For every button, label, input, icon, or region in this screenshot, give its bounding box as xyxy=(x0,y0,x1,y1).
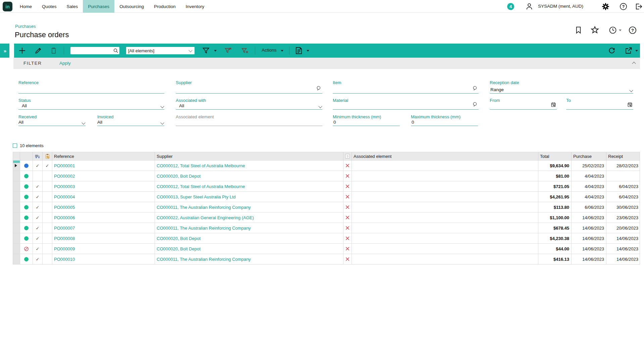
material-search-icon[interactable] xyxy=(472,102,478,109)
filter-received-select[interactable]: All xyxy=(18,119,86,126)
search-box[interactable] xyxy=(70,47,119,54)
reference-cell[interactable]: PO000001 xyxy=(52,161,155,171)
nav-item-sales[interactable]: Sales xyxy=(62,0,83,13)
supplier-cell[interactable]: CO000013, Super Steel Australia Pty Ltd xyxy=(155,192,343,202)
reference-cell[interactable]: PO000008 xyxy=(52,233,155,243)
filter-min-thickness[interactable]: Minimum thickness (mm) 0 xyxy=(333,114,400,126)
select-all-checkbox[interactable] xyxy=(13,143,17,148)
filter-to-date[interactable]: To xyxy=(566,98,633,110)
filter-invoiced-select[interactable]: All xyxy=(97,119,164,126)
filter-clear-button[interactable] xyxy=(241,47,249,56)
gear-icon[interactable] xyxy=(601,2,610,12)
filter-pin-button[interactable] xyxy=(224,47,232,56)
help-icon[interactable]: ? xyxy=(620,3,627,12)
row-selector-cell[interactable] xyxy=(13,171,20,181)
filter-dropdown-caret[interactable] xyxy=(214,50,217,52)
table-row[interactable]: ✓✓PO000001CO000012, Total Steel of Austr… xyxy=(13,160,640,171)
from-calendar-icon[interactable] xyxy=(551,102,556,109)
page-help-icon[interactable]: ? xyxy=(629,26,637,36)
filter-supplier[interactable]: Supplier xyxy=(176,80,322,94)
unlink-x-icon[interactable] xyxy=(343,161,352,171)
actions-button[interactable]: Actions xyxy=(262,48,276,53)
received-truck-icon[interactable] xyxy=(33,152,42,160)
table-row[interactable]: ✓PO000009CO000020, Bolt Depot$44.0014/06… xyxy=(13,243,640,254)
filter-reception-date-select[interactable]: Range xyxy=(490,86,633,94)
filter-status-select[interactable]: All xyxy=(18,103,164,110)
search-icon[interactable] xyxy=(113,48,118,55)
user-name[interactable]: SYSADM (ment, AUD) xyxy=(538,4,583,9)
report-document-button[interactable] xyxy=(294,46,303,56)
filter-supplier-input[interactable] xyxy=(176,86,322,94)
filter-associated-with[interactable]: Associated with All xyxy=(176,98,322,110)
supplier-cell[interactable]: CO000020, Bolt Depot xyxy=(155,233,343,243)
filter-min-thickness-input[interactable]: 0 xyxy=(333,119,400,126)
header-receipt[interactable]: Receipt xyxy=(606,152,640,160)
supplier-cell[interactable]: CO000011, The Australian Reinforcing Com… xyxy=(155,254,343,264)
filter-from-date[interactable]: From xyxy=(490,98,557,110)
row-selector-cell[interactable] xyxy=(13,233,20,243)
to-calendar-icon[interactable] xyxy=(627,102,633,109)
header-associated-element[interactable]: Associated element xyxy=(352,152,538,160)
favorite-star-icon[interactable] xyxy=(590,25,599,36)
row-selector-cell[interactable] xyxy=(13,181,20,191)
reference-cell[interactable]: PO000002 xyxy=(52,171,155,181)
item-search-icon[interactable] xyxy=(472,85,478,93)
report-caret[interactable] xyxy=(307,50,309,52)
header-total[interactable]: Total xyxy=(538,152,571,160)
filter-panel-header[interactable]: FILTER Apply xyxy=(13,58,640,69)
table-row[interactable]: ✓PO000005CO000011, The Australian Reinfo… xyxy=(13,202,640,212)
supplier-cell[interactable]: CO000011, The Australian Reinforcing Com… xyxy=(155,202,343,212)
row-selector-cell[interactable] xyxy=(13,192,20,202)
sidebar-expander[interactable]: » xyxy=(0,44,9,58)
filter-reference[interactable]: Reference xyxy=(18,80,164,94)
unlink-x-icon[interactable] xyxy=(343,192,352,202)
unlink-x-icon[interactable] xyxy=(343,223,352,233)
row-selector-cell[interactable] xyxy=(13,254,20,264)
scope-dropdown[interactable]: [All elements] xyxy=(126,47,195,54)
header-reference[interactable]: Reference xyxy=(52,152,155,160)
nav-item-home[interactable]: Home xyxy=(15,0,37,13)
edit-pencil-button[interactable] xyxy=(34,47,42,56)
user-icon[interactable] xyxy=(525,2,533,12)
filter-invoiced[interactable]: Invoiced All xyxy=(97,114,164,126)
nav-item-quotes[interactable]: Quotes xyxy=(37,0,62,13)
supplier-cell[interactable]: CO000020, Bolt Depot xyxy=(155,171,343,181)
reference-cell[interactable]: PO000009 xyxy=(52,244,155,254)
search-input[interactable] xyxy=(72,47,111,54)
nav-item-production[interactable]: Production xyxy=(149,0,181,13)
row-selector-cell[interactable] xyxy=(13,213,20,223)
header-purchase[interactable]: Purchase xyxy=(571,152,606,160)
history-clock-icon[interactable] xyxy=(609,26,617,36)
filter-collapse-chevron[interactable] xyxy=(632,62,636,65)
filter-status[interactable]: Status All xyxy=(18,98,164,110)
open-external-icon[interactable] xyxy=(625,47,633,56)
invoiced-clipboard-icon[interactable] xyxy=(42,152,52,160)
reference-cell[interactable]: PO000004 xyxy=(52,192,155,202)
row-selector-cell[interactable] xyxy=(13,161,20,171)
filter-reference-input[interactable] xyxy=(18,86,164,94)
table-row[interactable]: PO000002CO000020, Bolt Depot$81.004/04/2… xyxy=(13,171,640,181)
actions-caret[interactable] xyxy=(281,50,283,52)
filter-material[interactable]: Material xyxy=(333,98,479,110)
table-row[interactable]: ✓PO000004CO000013, Super Steel Australia… xyxy=(13,191,640,202)
filter-apply-button[interactable]: Apply xyxy=(59,61,71,66)
nav-item-purchases[interactable]: Purchases xyxy=(83,0,114,13)
filter-to-input[interactable] xyxy=(566,103,633,110)
filter-item[interactable]: Item xyxy=(333,80,479,94)
reference-cell[interactable]: PO000010 xyxy=(52,254,155,264)
open-external-caret[interactable] xyxy=(635,50,638,52)
filter-received[interactable]: Received All xyxy=(18,114,86,126)
table-row[interactable]: ✓PO000010CO000011, The Australian Reinfo… xyxy=(13,254,640,264)
filter-from-input[interactable] xyxy=(490,103,557,110)
table-row[interactable]: ✓PO000003CO000012, Total Steel of Austra… xyxy=(13,181,640,191)
filter-funnel-button[interactable] xyxy=(202,47,210,56)
header-supplier[interactable]: Supplier xyxy=(155,152,343,160)
unlink-x-icon[interactable] xyxy=(343,213,352,223)
unlink-x-icon[interactable] xyxy=(343,171,352,181)
table-row[interactable]: ✓PO000006CO000022, Australian General En… xyxy=(13,212,640,223)
unlink-x-icon[interactable] xyxy=(343,254,352,264)
row-selector-cell[interactable] xyxy=(13,223,20,233)
supplier-cell[interactable]: CO000012, Total Steel of Australia Melbo… xyxy=(155,181,343,191)
filter-reception-date[interactable]: Reception date Range xyxy=(490,80,633,94)
supplier-cell[interactable]: CO000012, Total Steel of Australia Melbo… xyxy=(155,161,343,171)
